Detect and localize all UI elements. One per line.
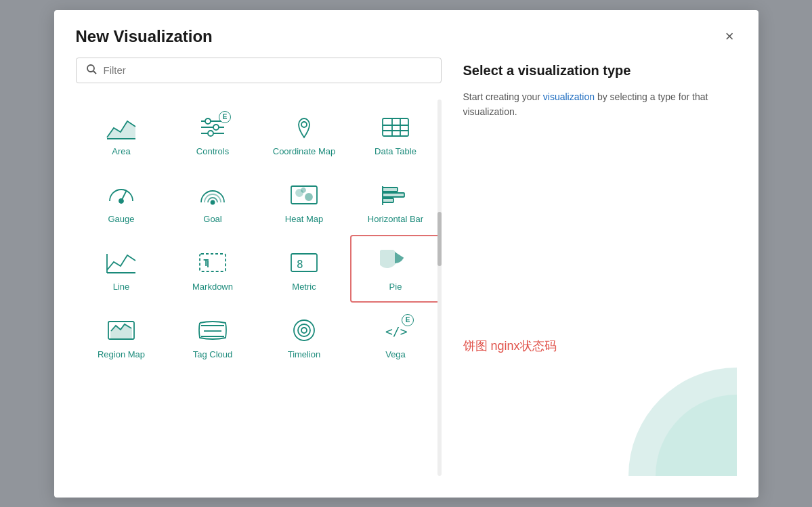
pie-hint-text: 饼图 nginx状态码 — [463, 338, 557, 354]
viz-item-controls[interactable]: EControls — [167, 100, 259, 167]
viz-item-heat-map[interactable]: Heat Map — [259, 167, 350, 235]
viz-item-region-map[interactable]: Region Map — [76, 303, 167, 370]
viz-item-markdown[interactable]: TMarkdown — [167, 235, 259, 303]
controls-badge: E — [219, 111, 231, 123]
data-table-label: Data Table — [375, 146, 416, 156]
viz-item-tag-cloud[interactable]: Tag Cloud — [167, 303, 259, 370]
vega-badge: E — [402, 314, 414, 326]
modal-title: New Visualization — [76, 27, 213, 46]
tag-cloud-label: Tag Cloud — [193, 349, 233, 359]
svg-point-9 — [208, 131, 213, 136]
vega-icon: </>E — [380, 317, 411, 344]
viz-grid: AreaEControlsCoordinate MapData TableGau… — [76, 100, 442, 370]
markdown-icon: T — [197, 249, 228, 276]
markdown-label: Markdown — [192, 282, 233, 292]
svg-point-42 — [298, 324, 310, 336]
desc-text-1: Start creating your — [463, 91, 543, 102]
metric-label: Metric — [292, 282, 316, 292]
viz-item-goal[interactable]: Goal — [167, 167, 259, 235]
goal-label: Goal — [203, 214, 221, 224]
right-panel-title: Select a visualization type — [463, 63, 737, 79]
viz-item-metric[interactable]: 8Metric — [259, 235, 350, 303]
svg-rect-35 — [291, 254, 317, 271]
horizontal-bar-label: Horizontal Bar — [368, 214, 423, 224]
svg-line-1 — [93, 71, 96, 74]
timelion-label: Timelion — [288, 349, 321, 359]
viz-item-line[interactable]: Line — [76, 235, 167, 303]
vega-label: Vega — [385, 349, 406, 359]
search-icon — [86, 64, 97, 77]
line-label: Line — [113, 282, 130, 292]
line-icon — [106, 249, 137, 276]
timelion-icon — [289, 317, 320, 344]
svg-text:8: 8 — [297, 258, 303, 271]
svg-point-7 — [205, 118, 211, 124]
controls-label: Controls — [196, 146, 229, 156]
coordinate-map-label: Coordinate Map — [273, 146, 336, 156]
tag-cloud-icon — [197, 317, 228, 344]
coordinate-map-icon — [289, 114, 320, 141]
viz-item-area[interactable]: Area — [76, 100, 167, 167]
svg-point-43 — [301, 328, 307, 333]
heat-map-icon — [289, 181, 320, 208]
close-button[interactable]: × — [723, 26, 737, 47]
svg-point-22 — [301, 188, 305, 192]
viz-item-pie[interactable]: Pie — [350, 235, 442, 303]
area-icon — [106, 114, 137, 141]
modal-overlay: New Visualization × AreaE — [0, 0, 812, 507]
pie-icon — [380, 249, 411, 276]
viz-item-coordinate-map[interactable]: Coordinate Map — [259, 100, 350, 167]
left-panel: AreaEControlsCoordinate MapData TableGau… — [76, 58, 442, 476]
viz-item-gauge[interactable]: Gauge — [76, 167, 167, 235]
gauge-icon — [106, 181, 137, 208]
filter-bar — [76, 58, 442, 83]
viz-item-horizontal-bar[interactable]: Horizontal Bar — [350, 167, 442, 235]
decorative-graphic — [520, 259, 737, 476]
viz-item-timelion[interactable]: Timelion — [259, 303, 350, 370]
svg-point-0 — [87, 65, 94, 72]
modal-header: New Visualization × — [54, 10, 758, 58]
svg-point-17 — [119, 199, 123, 203]
filter-input[interactable] — [104, 64, 431, 76]
svg-point-41 — [294, 320, 314, 340]
metric-icon: 8 — [289, 249, 320, 276]
svg-point-18 — [211, 200, 215, 204]
horizontal-bar-icon — [380, 181, 411, 208]
svg-rect-11 — [383, 118, 408, 136]
data-table-icon — [380, 114, 411, 141]
viz-item-data-table[interactable]: Data Table — [350, 100, 442, 167]
scrollbar-track[interactable] — [437, 100, 442, 476]
svg-point-10 — [301, 122, 307, 127]
viz-item-vega[interactable]: </>EVega — [350, 303, 442, 370]
scrollbar-thumb[interactable] — [437, 212, 442, 266]
svg-text:</>: </> — [385, 324, 408, 338]
modal-body: AreaEControlsCoordinate MapData TableGau… — [54, 58, 758, 498]
svg-point-8 — [213, 125, 219, 130]
desc-link[interactable]: visualization — [543, 91, 595, 102]
gauge-label: Gauge — [108, 214, 134, 224]
region-map-label: Region Map — [98, 349, 145, 359]
controls-icon: E — [197, 114, 228, 141]
pie-label: Pie — [389, 282, 402, 292]
heat-map-label: Heat Map — [285, 214, 323, 224]
modal: New Visualization × AreaE — [54, 10, 758, 498]
svg-point-21 — [305, 194, 312, 200]
area-label: Area — [112, 146, 130, 156]
goal-icon — [197, 181, 228, 208]
right-panel-desc: Start creating your visualization by sel… — [463, 89, 737, 120]
right-panel: Select a visualization type Start creati… — [463, 58, 737, 476]
region-map-icon — [106, 317, 137, 344]
